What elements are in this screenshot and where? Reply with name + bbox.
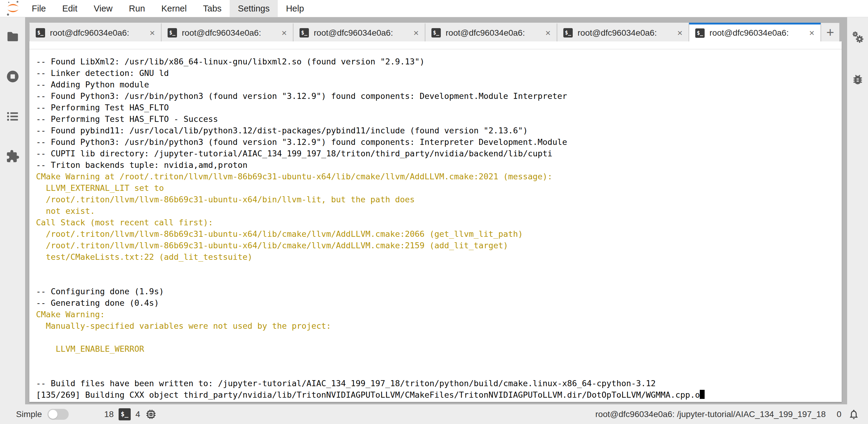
terminal-panel: -- Found LibXml2: /usr/lib/x86_64-linux-…	[29, 41, 842, 402]
tab-label: root@dfc96034e0a6:	[446, 28, 525, 38]
terminal-line: -- Found Python3: /usr/bin/python3 (foun…	[36, 136, 842, 148]
menu-item-settings[interactable]: Settings	[229, 0, 278, 17]
tab-close-icon[interactable]: ×	[413, 28, 419, 37]
tab-close-icon[interactable]: ×	[677, 28, 683, 37]
terminal-line: Manually-specified variables were not us…	[36, 320, 842, 332]
terminal-line: -- Configuring done (1.9s)	[36, 286, 842, 297]
tab-terminal[interactable]: $_ root@dfc96034e0a6: ×	[161, 23, 293, 41]
terminal-line: Call Stack (most recent call first):	[36, 217, 842, 228]
notifications[interactable]: 0	[837, 409, 860, 420]
toggle-knob	[49, 410, 58, 419]
terminal-line	[36, 355, 842, 366]
terminal-line: -- Linker detection: GNU ld	[36, 67, 842, 79]
status-right: root@dfc96034e0a6: /jupyter-tutorial/AIA…	[595, 409, 860, 420]
terminal-line	[36, 332, 842, 343]
tab-close-icon[interactable]: ×	[150, 28, 155, 37]
folder-icon[interactable]	[5, 29, 20, 44]
tab-label: root@dfc96034e0a6:	[182, 28, 261, 38]
status-left: Simple 18 $_ 4	[16, 408, 157, 420]
tab-close-icon[interactable]: ×	[545, 28, 551, 37]
terminal-count: 18	[104, 410, 114, 419]
debugger-bug-icon[interactable]	[850, 72, 865, 87]
property-inspector-gears-icon[interactable]	[850, 30, 865, 44]
dock-panel: $_ root@dfc96034e0a6: × $_ root@dfc96034…	[25, 17, 847, 404]
terminal-line: LLVM_ENABLE_WERROR	[36, 343, 842, 355]
terminal-icon: $_	[119, 408, 131, 420]
notification-count: 0	[837, 410, 841, 419]
simple-mode-toggle[interactable]	[48, 409, 69, 420]
terminal-line: -- Found LibXml2: /usr/lib/x86_64-linux-…	[36, 56, 842, 67]
terminal-icon: $_	[167, 28, 177, 37]
terminal-line	[36, 274, 842, 286]
tab-label: root@dfc96034e0a6:	[578, 28, 657, 38]
terminal-icon: $_	[563, 28, 573, 37]
session-indicators[interactable]: 18 $_ 4	[104, 408, 157, 420]
terminal-line: -- Found pybind11: /usr/local/lib/python…	[36, 125, 842, 136]
terminal-line	[36, 366, 842, 378]
terminal-context-path: root@dfc96034e0a6: /jupyter-tutorial/AIA…	[595, 410, 826, 419]
tab-terminal[interactable]: $_ root@dfc96034e0a6: ×	[29, 23, 161, 41]
terminal-line: test/CMakeLists.txt:22 (add_lit_testsuit…	[36, 251, 842, 263]
terminal-line: /root/.triton/llvm/llvm-86b69c31-ubuntu-…	[36, 194, 842, 205]
terminal-line: /root/.triton/llvm/llvm-86b69c31-ubuntu-…	[36, 228, 842, 240]
terminal-output[interactable]: -- Found LibXml2: /usr/lib/x86_64-linux-…	[29, 49, 842, 401]
tab-label: root@dfc96034e0a6:	[50, 28, 129, 38]
tab-terminal[interactable]: $_ root@dfc96034e0a6: ×	[557, 23, 689, 41]
kernel-chip-icon	[145, 408, 157, 420]
kernel-count: 4	[135, 410, 141, 419]
terminal-line: -- Generating done (0.4s)	[36, 297, 842, 309]
tab-close-icon[interactable]: ×	[281, 28, 287, 37]
terminal-line: -- Triton backends tuple: nvidia,amd,pro…	[36, 159, 842, 171]
tab-label: root@dfc96034e0a6:	[314, 28, 393, 38]
terminal-line	[36, 263, 842, 274]
terminal-line: [135/269] Building CXX object third_part…	[36, 389, 842, 401]
terminal-icon: $_	[300, 28, 309, 37]
tab-terminal[interactable]: $_ root@dfc96034e0a6: ×	[689, 23, 821, 41]
menu-bar: FileEditViewRunKernelTabsSettingsHelp	[0, 0, 868, 17]
tab-close-icon[interactable]: ×	[809, 28, 814, 37]
terminal-tab-bar: $_ root@dfc96034e0a6: × $_ root@dfc96034…	[25, 17, 847, 41]
menu-item-tabs[interactable]: Tabs	[195, 0, 229, 17]
terminal-line: -- Performing Test HAS_FLTO - Success	[36, 113, 842, 125]
terminal-line: -- Performing Test HAS_FLTO	[36, 102, 842, 113]
menu-item-help[interactable]: Help	[278, 0, 312, 17]
jupyter-logo-icon	[5, 1, 21, 16]
tab-label: root@dfc96034e0a6:	[710, 28, 789, 38]
interface-mode-label: Simple	[16, 410, 42, 419]
terminal-line: -- Adding Python module	[36, 79, 842, 91]
right-sidebar	[847, 17, 868, 404]
menu-item-file[interactable]: File	[24, 0, 54, 17]
menu-item-view[interactable]: View	[86, 0, 121, 17]
terminal-icon: $_	[695, 28, 705, 38]
terminal-icon: $_	[431, 28, 441, 37]
new-tab-button[interactable]: +	[821, 23, 840, 41]
terminal-line: not exist.	[36, 205, 842, 217]
menu-item-run[interactable]: Run	[121, 0, 153, 17]
status-bar: Simple 18 $_ 4 root@dfc96034e0a6: /jupyt…	[0, 404, 868, 424]
menu-item-edit[interactable]: Edit	[54, 0, 86, 17]
terminal-line: CMake Warning at /root/.triton/llvm/llvm…	[36, 171, 842, 182]
terminal-line: -- Build files have been written to: /ju…	[36, 378, 842, 389]
terminal-line: -- CUPTI lib directory: /jupyter-tutoria…	[36, 148, 842, 159]
panel-top-chrome	[29, 41, 842, 49]
terminal-cursor	[700, 390, 705, 399]
extensions-puzzle-icon[interactable]	[5, 149, 20, 164]
tab-terminal[interactable]: $_ root@dfc96034e0a6: ×	[425, 23, 557, 41]
table-of-contents-icon[interactable]	[5, 109, 20, 124]
tab-terminal[interactable]: $_ root@dfc96034e0a6: ×	[293, 23, 425, 41]
left-sidebar	[0, 17, 25, 404]
menu-item-kernel[interactable]: Kernel	[153, 0, 195, 17]
terminal-line: /root/.triton/llvm/llvm-86b69c31-ubuntu-…	[36, 240, 842, 251]
terminal-icon: $_	[36, 28, 45, 37]
terminal-line: CMake Warning:	[36, 309, 842, 320]
running-sessions-icon[interactable]	[5, 69, 20, 84]
bell-icon	[848, 409, 860, 420]
menu-items: FileEditViewRunKernelTabsSettingsHelp	[24, 0, 312, 17]
terminal-line: LLVM_EXTERNAL_LIT set to	[36, 182, 842, 194]
terminal-line: -- Found Python3: /usr/bin/python3 (foun…	[36, 91, 842, 102]
